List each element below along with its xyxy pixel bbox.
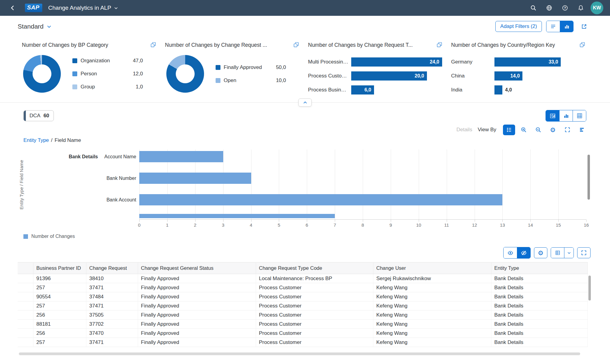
kpi-bar[interactable]: 6,0 (351, 85, 374, 94)
adapt-filters-button[interactable]: Adapt Filters (2) (495, 21, 542, 32)
table-row[interactable]: 9055437484Finally ApprovedProcess Custom… (18, 292, 587, 301)
column-header[interactable]: Entity Type (491, 263, 587, 274)
zoom-out-button[interactable] (532, 125, 544, 135)
content-view-switch (546, 110, 586, 122)
column-header[interactable]: Business Partner ID (33, 263, 86, 274)
variant-selector[interactable]: Standard (18, 23, 51, 30)
copy-icon[interactable] (293, 42, 299, 47)
assistant-button[interactable] (543, 2, 555, 14)
table-cell: Kefeng Wang (373, 329, 491, 338)
row-select-cell[interactable] (18, 320, 33, 329)
chart-type-button[interactable] (576, 125, 588, 135)
back-button[interactable] (7, 2, 19, 14)
table-row[interactable]: 25637470Finally ApprovedProcess Customer… (18, 329, 587, 338)
table-vertical-scrollbar[interactable] (588, 262, 591, 347)
table-row[interactable]: 25737471Finally ApprovedProcess Customer… (18, 283, 587, 292)
list-icon (550, 24, 556, 29)
table-row[interactable]: 25737471Finally ApprovedProcess Customer… (18, 301, 587, 311)
legend-toggle-button[interactable] (503, 125, 515, 135)
kpi-bar[interactable]: 14,0 (494, 71, 523, 81)
dca-chip[interactable]: DCA 60 (23, 110, 54, 121)
help-button[interactable]: ? (559, 2, 571, 14)
kpi-bar[interactable]: 33,0 (494, 57, 561, 67)
chart-settings-button[interactable]: ⚙ (547, 125, 559, 135)
chart-bar[interactable] (139, 194, 502, 205)
gridline (223, 149, 224, 219)
x-tick-label: 12 (472, 222, 477, 228)
table-scrollbar-thumb[interactable] (588, 276, 591, 300)
row-select-cell[interactable] (18, 301, 33, 311)
header-divider (0, 102, 610, 103)
select-column-header (18, 263, 33, 274)
x-tick-label: 11 (444, 222, 449, 228)
kpi-card[interactable]: Number of Changes by Change Request ...F… (165, 42, 305, 94)
table-cell: Kefeng Wang (373, 320, 491, 329)
kpi-bar[interactable]: 24,0 (351, 57, 442, 67)
chip-count: 60 (43, 111, 54, 121)
chevron-up-icon (303, 100, 307, 105)
column-header[interactable]: Change Request (86, 263, 138, 274)
hybrid-view-button[interactable] (546, 110, 559, 121)
copy-icon[interactable] (437, 42, 442, 47)
table-row[interactable]: 9139638410Finally ApprovedLocal Maintena… (18, 274, 587, 283)
row-select-cell[interactable] (18, 292, 33, 301)
table-view-button[interactable] (573, 110, 586, 121)
chart-plot-area[interactable] (139, 149, 586, 220)
row-select-cell[interactable] (18, 329, 33, 338)
donut-chart[interactable] (166, 55, 204, 93)
chevron-left-icon (10, 5, 16, 11)
table-cell: Kefeng Wang (373, 301, 491, 311)
table-settings-button[interactable]: ⚙ (534, 247, 547, 258)
app-title-button[interactable]: Change Analytics in ALP (48, 5, 118, 11)
horizontal-scrollbar-thumb[interactable] (19, 352, 580, 355)
chart-bar[interactable] (139, 151, 223, 162)
show-details-button[interactable] (504, 247, 517, 258)
chart-scrollbar-thumb[interactable] (587, 155, 590, 200)
export-button[interactable] (551, 248, 564, 258)
hide-details-button[interactable] (517, 247, 530, 258)
table-horizontal-scrollbar[interactable] (18, 352, 591, 355)
variant-title: Standard (18, 23, 43, 30)
kpi-card-row: Number of Changes by BP CategoryOrganiza… (0, 37, 610, 102)
row-select-cell[interactable] (18, 283, 33, 292)
notifications-button[interactable] (575, 2, 587, 14)
table-section: ⚙ Business Partner IDChange RequestChang… (0, 242, 610, 364)
chart-bar[interactable] (139, 173, 251, 184)
column-header[interactable]: Change User (373, 263, 491, 274)
collapse-header-button[interactable] (298, 98, 312, 107)
donut-chart[interactable] (23, 55, 61, 93)
compact-filter-view-button[interactable] (546, 21, 560, 32)
export-menu-button[interactable] (564, 248, 574, 258)
avatar[interactable]: KW (591, 2, 603, 14)
table-cell: Bank Details (491, 329, 587, 338)
visual-filter-view-button[interactable] (560, 21, 573, 32)
row-select-cell[interactable] (18, 311, 33, 320)
table-row[interactable]: 25637505Finally ApprovedProcess Customer… (18, 311, 587, 320)
chart-view-button[interactable] (559, 110, 573, 121)
gridline (419, 149, 419, 219)
table-row[interactable]: 25737471Finally ApprovedProcess Customer… (18, 338, 587, 347)
copy-icon[interactable] (580, 42, 585, 47)
view-by-link[interactable]: View By (478, 127, 496, 133)
kpi-card[interactable]: Number of Changes by BP CategoryOrganiza… (22, 42, 161, 94)
row-select-cell[interactable] (18, 338, 33, 347)
search-button[interactable] (527, 2, 539, 14)
x-tick-label: 0 (138, 222, 140, 228)
column-header[interactable]: Change Request Type Code (256, 263, 373, 274)
breadcrumb-entity-type-link[interactable]: Entity Type (23, 137, 49, 143)
zoom-in-button[interactable] (518, 125, 530, 135)
kpi-card[interactable]: Number of Changes by Country/Region KeyG… (451, 42, 591, 94)
row-select-cell[interactable] (18, 274, 33, 283)
table-row[interactable]: 8818137702Finally ApprovedProcess Custom… (18, 320, 587, 329)
chart-scrollbar[interactable] (587, 149, 591, 220)
kpi-bar[interactable] (494, 85, 503, 94)
chart-fullscreen-button[interactable] (561, 125, 574, 135)
share-button[interactable] (578, 21, 590, 32)
kpi-bar[interactable]: 20,0 (351, 71, 427, 81)
chart-bar-partial[interactable] (139, 214, 335, 218)
kpi-card[interactable]: Number of Changes by Change Request T...… (308, 42, 448, 94)
column-header[interactable]: Change Request General Status (138, 263, 256, 274)
x-tick-label: 7 (334, 222, 336, 228)
table-fullscreen-button[interactable] (577, 247, 591, 258)
copy-icon[interactable] (151, 42, 156, 47)
